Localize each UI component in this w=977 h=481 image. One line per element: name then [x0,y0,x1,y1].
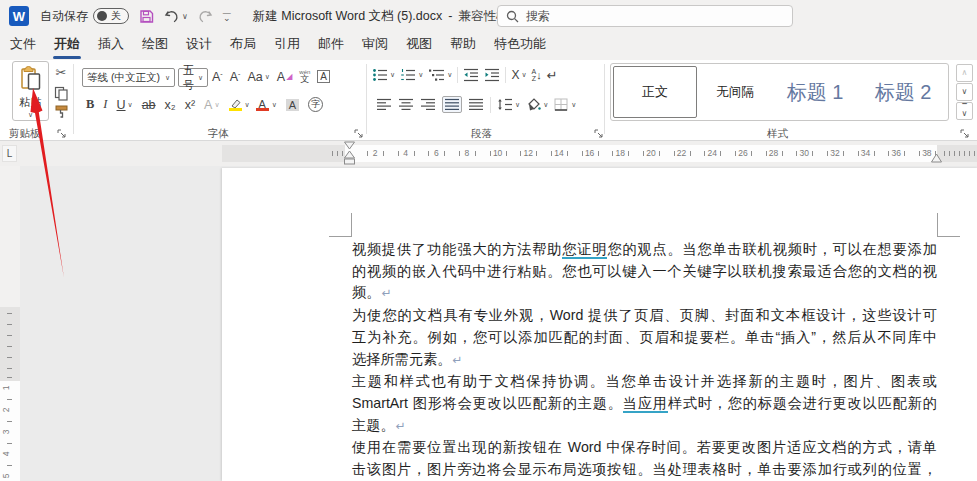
borders-button[interactable]: ∨ [554,98,576,111]
style-item[interactable]: 标题 2 [859,64,947,120]
ribbon-tab-绘图[interactable]: 绘图 [133,30,177,60]
show-marks-button[interactable]: ↵ [547,68,558,83]
vruler-tick [7,368,12,369]
ribbon-tab-开始[interactable]: 开始 [45,30,89,60]
ribbon-tab-引用[interactable]: 引用 [265,30,309,60]
character-shading-button[interactable]: A [286,99,299,111]
paragraph-group-label: 段落 [471,127,492,141]
document-line[interactable]: 主题和样式也有助于文档保持协调。当您单击设计并选择新的主题时，图片、图表或 [352,371,937,393]
strikethrough-button[interactable]: ab [142,98,156,112]
document-line[interactable]: 使用在需要位置出现的新按钮在 Word 中保存时间。若要更改图片适应文档的方式，… [352,437,937,459]
font-size-select[interactable]: 五号 ∨ [178,68,208,87]
copy-button[interactable] [51,86,71,101]
align-center-button[interactable] [398,98,414,111]
gallery-more-icon[interactable]: ▔∨ [956,102,973,120]
format-painter-button[interactable] [51,104,71,119]
highlight-chevron-icon[interactable]: ∨ [245,101,250,109]
paste-dropdown-chevron-icon[interactable]: ∨ [28,111,33,119]
customize-qat-chevron-icon[interactable]: —⌄ [223,11,231,21]
document-canvas[interactable]: 视频提供了功能强大的方法帮助您证明您的观点。当您单击联机视频时，可以在想要添加的… [20,166,977,481]
hruler-number: 6 [434,148,439,158]
font-color-button[interactable]: A [256,99,269,111]
gallery-scroll-up-icon[interactable]: ∧ [956,64,973,82]
undo-button[interactable]: ∨ [164,9,188,23]
font-dialog-launcher-icon[interactable] [354,129,363,138]
cut-button[interactable]: ✂ [51,65,71,80]
asian-layout-button[interactable]: X∨ [511,68,526,82]
autosave-control[interactable]: 自动保存 关 [40,8,129,25]
font-name-select[interactable]: 等线 (中文正文) ∨ [82,68,175,87]
ribbon-tab-插入[interactable]: 插入 [89,30,133,60]
font-color-chevron-icon[interactable]: ∨ [272,101,277,109]
superscript-button[interactable]: x² [185,98,195,112]
ribbon-tab-视图[interactable]: 视图 [397,30,441,60]
character-border-button[interactable]: A [317,70,330,83]
distribute-button[interactable] [468,98,484,111]
underline-button[interactable]: U∨ [117,98,133,112]
ribbon-tab-邮件[interactable]: 邮件 [309,30,353,60]
document-line[interactable]: 频。↵ [352,282,937,305]
style-item[interactable]: 无间隔 [699,64,771,120]
sort-button[interactable]: AZ ↓ [532,68,542,82]
align-left-button[interactable] [376,98,392,111]
text-segment: 的视频的嵌入代码中进行粘贴。您也可以键入一个关键字以联机搜索最适合您的文档的视 [352,263,937,279]
right-indent-marker-icon[interactable] [930,153,943,163]
document-line[interactable]: 的视频的嵌入代码中进行粘贴。您也可以键入一个关键字以联机搜索最适合您的文档的视 [352,261,937,283]
italic-button[interactable]: I [103,97,107,112]
enclose-characters-button[interactable]: 字 [308,97,323,112]
ribbon-tab-设计[interactable]: 设计 [177,30,221,60]
document-line[interactable]: SmartArt 图形将会更改以匹配新的主题。当应用样式时，您的标题会进行更改以… [352,393,937,415]
paste-button[interactable]: 粘贴 ∨ [12,61,49,121]
document-page[interactable]: 视频提供了功能强大的方法帮助您证明您的观点。当您单击联机视频时，可以在想要添加的… [222,168,977,481]
line-spacing-button[interactable]: ∨ [497,98,520,111]
grow-font-button[interactable]: Aˆ [212,70,223,84]
indent-markers-icon[interactable] [343,141,356,167]
ribbon-tab-特色功能[interactable]: 特色功能 [485,30,555,60]
text-effects-button[interactable]: A∨ [204,98,219,112]
document-line[interactable]: 选择所需元素。↵ [352,349,937,372]
styles-dialog-launcher-icon[interactable] [960,129,969,138]
ribbon-tab-帮助[interactable]: 帮助 [441,30,485,60]
autosave-toggle[interactable]: 关 [93,8,129,24]
document-line[interactable]: 互为补充。例如，您可以添加匹配的封面、页眉和提要栏。单击“插入”，然后从不同库中 [352,327,937,349]
change-case-button[interactable]: Aa∨ [247,70,269,84]
highlight-color-button[interactable] [229,99,242,111]
ribbon-tab-审阅[interactable]: 审阅 [353,30,397,60]
bullet-list-button[interactable]: ∨ [372,68,395,82]
clipboard-dialog-launcher-icon[interactable] [57,129,66,138]
phonetic-guide-button[interactable]: wén 文 [299,69,310,84]
tab-selector[interactable]: L [2,145,17,162]
numbered-list-button[interactable]: ∨ [400,68,423,82]
document-line[interactable]: 击该图片，图片旁边将会显示布局选项按钮。当处理表格时，单击要添加行或列的位置， [352,459,937,481]
document-line[interactable]: 为使您的文档具有专业外观，Word 提供了页眉、页脚、封面和文本框设计，这些设计… [352,305,937,327]
align-right-button[interactable] [420,98,436,111]
vertical-ruler[interactable]: 1234567891011 [0,307,20,481]
document-line[interactable]: 主题。↵ [352,415,937,438]
style-item[interactable]: 标题 1 [771,64,859,120]
shading-button[interactable]: ∨ [526,98,548,111]
increase-indent-button[interactable] [484,68,500,82]
hruler-number: 24 [708,148,717,158]
text-segment: 频。 [352,284,380,300]
paragraph-mark-icon: ↵ [452,353,462,367]
word-logo-icon[interactable]: W [9,6,29,26]
redo-button[interactable] [198,9,213,23]
undo-dropdown-chevron-icon[interactable]: ∨ [182,12,188,21]
style-item[interactable]: 正文 [613,66,697,118]
bold-button[interactable]: B [86,97,94,112]
horizontal-ruler[interactable]: 2468101214161820222426283032343638 [222,145,977,162]
gallery-scroll-down-icon[interactable]: ∨ [956,83,973,101]
decrease-indent-button[interactable] [463,68,479,82]
save-button[interactable] [139,9,154,24]
ribbon-tab-文件[interactable]: 文件 [1,30,45,60]
justify-button[interactable] [442,96,462,113]
search-input[interactable]: 搜索 [497,5,793,27]
subscript-button[interactable]: x₂ [165,98,176,112]
document-text[interactable]: 视频提供了功能强大的方法帮助您证明您的观点。当您单击联机视频时，可以在想要添加的… [352,239,937,481]
ribbon-tab-布局[interactable]: 布局 [221,30,265,60]
shrink-font-button[interactable]: Aˇ [230,70,241,84]
paragraph-dialog-launcher-icon[interactable] [594,129,603,138]
multilevel-list-button[interactable]: ∨ [428,68,452,82]
document-line[interactable]: 视频提供了功能强大的方法帮助您证明您的观点。当您单击联机视频时，可以在想要添加 [352,239,937,261]
clear-formatting-button[interactable]: A◢ [277,70,293,84]
